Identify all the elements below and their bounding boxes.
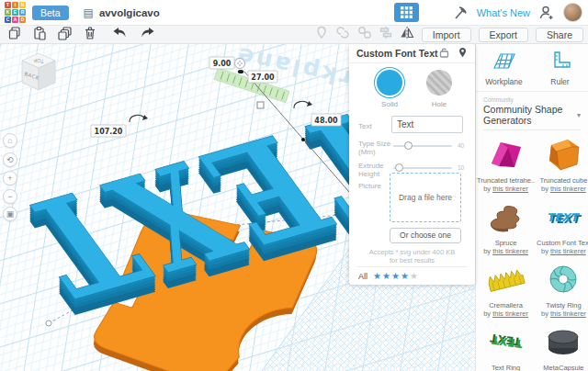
shape-item-spruce[interactable]: Spruce by this tinkerer [476,197,536,255]
star-icon[interactable] [401,271,410,281]
export-button[interactable]: Export [479,28,528,42]
shapes-sidebar: Workplane Ruler Community Community Shap… [475,44,588,371]
ruler-tool-label: Ruler [532,77,588,86]
tinkerer-link[interactable]: this tinkerer [550,185,586,193]
rating-scope-label: All [358,272,368,281]
dim-label-9[interactable]: 9.00 [209,57,234,69]
copy-button[interactable] [7,26,22,44]
tinkerer-link[interactable]: this tinkerer [492,247,528,255]
codeblocks-icon[interactable] [427,5,444,21]
whats-new-link[interactable]: What's New [477,7,530,18]
zoom-in-button[interactable]: + [3,171,17,186]
star-icon[interactable] [391,271,401,281]
user-avatar[interactable] [563,3,582,22]
logo-cell: D [19,17,26,23]
redo-button[interactable] [139,27,155,43]
group-icon[interactable] [335,26,350,43]
star-icon[interactable] [410,271,419,281]
home-view-button[interactable]: ⌂ [3,133,17,148]
type-size-slider[interactable] [393,145,452,147]
spruce-icon [484,198,528,235]
hole-swatch[interactable] [426,70,452,96]
tinkerer-link[interactable]: this tinkerer [492,185,528,193]
star-icon[interactable] [382,271,391,281]
workplane-pin-icon[interactable] [458,47,468,60]
shape-item-text-ring[interactable]: TEXT TEXT Text Ring by this tinkerer [476,321,536,371]
ruler-tool-button[interactable]: Ruler [532,44,588,91]
delete-button[interactable] [84,26,96,44]
type-size-slider-handle[interactable] [404,141,413,150]
selection-corner-handle[interactable] [46,320,51,326]
workplane-tool-button[interactable]: Workplane [476,44,532,91]
shape-category-dropdown[interactable]: Community Shape Generators ▾ [483,104,581,130]
shape-item-cremallera[interactable]: Cremallera by this tinkerer [476,259,536,318]
dashboard-grid-button[interactable] [394,3,419,22]
document-title[interactable]: avvolgicavo [99,7,160,18]
import-button[interactable]: Import [422,28,471,42]
shape-inspector: Custom Font Text Solid Hole Text Type Si… [349,44,475,285]
svg-text:48.00: 48.00 [314,117,338,125]
logo-cell: N [19,2,26,8]
solid-swatch[interactable] [377,70,402,96]
text-input[interactable] [391,116,463,133]
dim-label-27[interactable]: 27.00 [248,71,277,83]
logo-cell: I [12,2,18,8]
dim-label-48[interactable]: 48.00 [311,114,341,126]
workplane-icon [491,50,518,72]
invite-person-icon[interactable] [538,5,555,21]
logo-cell: R [19,9,26,16]
metacapsule-icon [541,323,585,360]
file-dropzone[interactable]: Drag a file here [390,173,461,222]
scale-handle[interactable] [257,102,264,108]
extrude-height-slider[interactable] [393,167,452,169]
svg-text:107.20: 107.20 [95,128,123,136]
shape-item-metacapsule[interactable]: MetaCapsule by this tinkerer [536,321,588,371]
tinkerer-link[interactable]: this tinkerer [550,309,586,318]
orbit-view-button[interactable]: ⟲ [3,152,17,167]
duplicate-button[interactable] [57,26,74,44]
align-icon[interactable] [379,26,392,43]
top-bar: T I N K E R C A D Beta ▤ avvolgicavo Wha… [0,0,588,26]
logo-cell: E [12,9,18,16]
pickaxe-icon[interactable] [452,5,469,21]
logo-cell: K [5,9,11,16]
choose-file-button[interactable]: Or choose one [390,228,461,243]
solid-label: Solid [369,100,410,108]
shape-item-twisty-ring[interactable]: Twisty Ring by this tinkerer [536,259,588,318]
move-handle[interactable] [235,59,245,69]
cremallera-icon [484,261,528,298]
shape-item-truncated-cube[interactable]: Truncated cube by this tinkerer [536,134,588,193]
dim-label-width[interactable]: 107.20 [91,125,126,137]
extrude-height-slider-handle[interactable] [395,163,403,172]
lift-handle[interactable] [238,70,243,73]
ungroup-icon[interactable] [357,26,372,43]
star-icon[interactable] [373,271,382,281]
svg-text:TEXT: TEXT [547,211,581,224]
tinkerer-link[interactable]: this tinkerer [550,247,586,255]
view-cube[interactable]: TOP BACK [22,53,55,90]
mirror-icon[interactable] [400,26,414,43]
solid-option[interactable]: Solid [369,70,410,108]
shape-item-custom-font-text[interactable]: TEXT TEXT Custom Font Text by this tinke… [536,197,588,255]
type-size-value: 40 [458,142,464,149]
dimension-dot[interactable] [301,138,305,141]
extrude-height-value: 10 [458,164,464,171]
perspective-toggle-button[interactable]: ▣ [3,207,17,221]
workplane-pin-icon[interactable] [315,26,328,43]
zoom-out-button[interactable]: − [3,189,17,204]
tinkercad-logo[interactable]: T I N K E R C A D [5,2,26,23]
rating-stars[interactable] [373,271,419,281]
hole-option[interactable]: Hole [419,70,459,108]
paste-button[interactable] [32,26,47,44]
shape-item-truncated-tetrahedron[interactable]: Truncated tetrahe.. by this tinkerer [476,134,536,193]
logo-cell: T [5,2,11,8]
logo-cell: A [12,17,18,23]
twisty-ring-icon [541,261,585,298]
undo-button[interactable] [112,27,129,43]
lock-icon[interactable] [439,47,449,60]
share-button[interactable]: Share [536,28,583,42]
tinkerer-link[interactable]: this tinkerer [492,309,528,318]
type-size-label: Type Size(Mm) [358,140,390,156]
doc-list-icon[interactable]: ▤ [84,6,94,19]
inspector-title: Custom Font Text [356,48,439,59]
